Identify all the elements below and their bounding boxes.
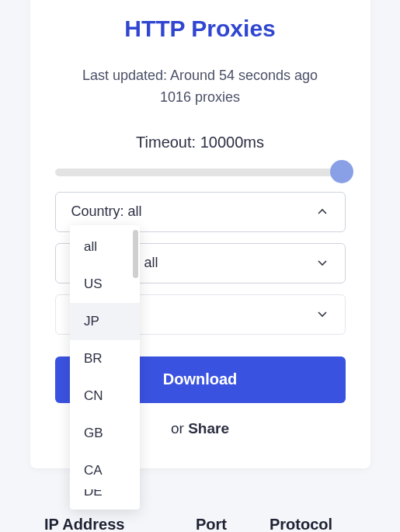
chevron-down-icon	[315, 256, 329, 270]
col-port: Port	[196, 516, 270, 532]
chevron-down-icon	[315, 308, 329, 322]
table-header-row: IP Address Port Protocol	[44, 516, 384, 532]
slider-thumb[interactable]	[330, 160, 353, 183]
country-option-gb[interactable]: GB	[70, 415, 140, 452]
share-link[interactable]: Share	[188, 420, 229, 436]
chevron-up-icon	[315, 205, 329, 219]
slider-track	[55, 169, 346, 176]
share-prefix: or	[171, 420, 188, 436]
country-option-all[interactable]: all	[70, 228, 140, 266]
timeout-label: Timeout: 10000ms	[30, 134, 370, 151]
country-option-ca[interactable]: CA	[70, 452, 140, 489]
col-ip: IP Address	[44, 516, 196, 532]
country-option-us[interactable]: US	[70, 266, 140, 303]
timeout-slider[interactable]	[30, 161, 370, 184]
proxy-count: 1016 proxies	[30, 87, 370, 109]
country-option-jp[interactable]: JP	[70, 303, 140, 340]
page-title: HTTP Proxies	[30, 16, 370, 42]
scrollbar-thumb[interactable]	[133, 230, 138, 278]
col-protocol: Protocol	[270, 516, 332, 532]
country-option-br[interactable]: BR	[70, 340, 140, 377]
last-updated: Last updated: Around 54 seconds ago	[30, 65, 370, 87]
country-select-label: Country: all	[71, 203, 142, 220]
country-dropdown[interactable]: all US JP BR CN GB CA DE	[70, 225, 140, 509]
country-option-cn[interactable]: CN	[70, 377, 140, 415]
country-option-de[interactable]: DE	[70, 489, 140, 506]
status-block: Last updated: Around 54 seconds ago 1016…	[30, 65, 370, 109]
